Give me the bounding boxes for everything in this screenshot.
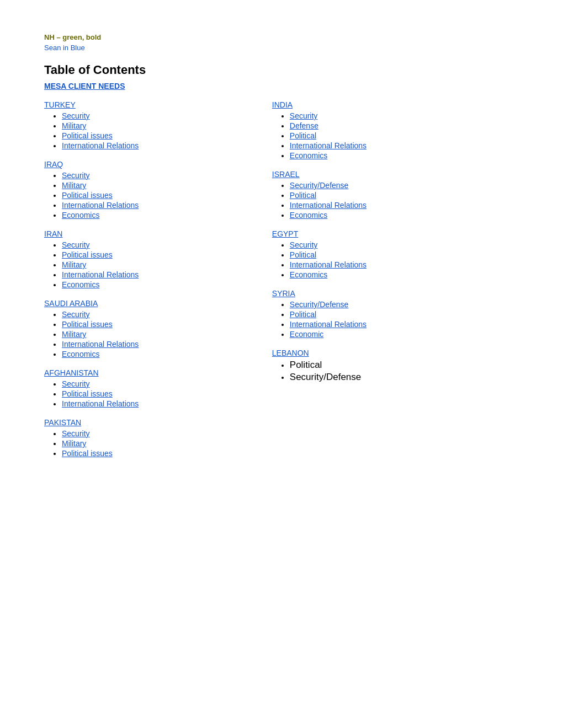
list-item: Economic [290,330,519,339]
topic-link[interactable]: Economics [62,211,99,220]
country-section: IRAQSecurityMilitaryPolitical issuesInte… [44,160,261,220]
legend-nh: NH – green, bold [44,33,519,41]
topic-link[interactable]: Political issues [62,320,113,329]
list-item: International Relations [62,270,261,279]
list-item: Economics [62,280,261,289]
list-item: Military [62,121,261,130]
list-item: Military [62,330,261,339]
topic-link[interactable]: Economics [290,211,327,220]
list-item: Economics [290,211,519,220]
topic-link[interactable]: Political [290,131,316,140]
topic-link[interactable]: Security/Defense [290,300,349,309]
list-item: Political issues [62,191,261,200]
list-item: Military [62,439,261,448]
page-title: Table of Contents [44,63,519,77]
country-name-link[interactable]: IRAQ [44,160,261,169]
topics-list: Security/DefensePoliticalInternational R… [272,300,519,339]
topic-link[interactable]: Political issues [62,389,113,398]
list-item: Security/Defense [290,300,519,309]
country-name-link[interactable]: TURKEY [44,100,261,109]
country-section: EGYPTSecurityPoliticalInternational Rela… [272,229,519,279]
topics-list: SecurityMilitaryPolitical issuesInternat… [44,171,261,220]
topic-link[interactable]: International Relations [62,340,139,349]
list-item: Security [62,111,261,120]
country-name-link[interactable]: LEBANON [272,349,519,357]
topic-link[interactable]: Security [62,111,90,120]
topic-link[interactable]: Security [62,171,90,180]
country-name-link[interactable]: SAUDI ARABIA [44,299,261,308]
country-section: PAKISTANSecurityMilitaryPolitical issues [44,418,261,458]
country-section: INDIASecurityDefensePoliticalInternation… [272,100,519,160]
topic-link[interactable]: Economic [290,330,323,339]
topic-link[interactable]: Security [290,111,318,120]
two-column-layout: TURKEYSecurityMilitaryPolitical issuesIn… [44,100,519,468]
list-item: Security [62,240,261,249]
legend-sean: Sean in Blue [44,44,519,52]
topic-link[interactable]: Political [290,191,316,200]
mesa-client-needs-link[interactable]: MESA CLIENT NEEDS [44,82,519,90]
country-name-link[interactable]: INDIA [272,100,519,109]
topic-link[interactable]: International Relations [62,399,139,408]
topic-link[interactable]: Political issues [62,250,113,259]
topic-link[interactable]: Military [62,181,86,190]
list-item: Political [290,310,519,319]
topic-link[interactable]: Security [62,429,90,438]
topic-link[interactable]: Political [290,310,316,319]
list-item: Political [290,191,519,200]
topic-link[interactable]: Political issues [62,191,113,200]
topic-text: Political [290,360,322,370]
country-section: SAUDI ARABIASecurityPolitical issuesMili… [44,299,261,358]
topic-link[interactable]: Economics [62,350,99,358]
country-name-link[interactable]: EGYPT [272,229,519,238]
topic-link[interactable]: Political issues [62,449,113,458]
list-item: Political issues [62,449,261,458]
topics-list: SecurityPolitical issuesMilitaryInternat… [44,310,261,358]
topic-link[interactable]: Political [290,250,316,259]
country-section: LEBANONPoliticalSecurity/Defense [272,349,519,383]
list-item: International Relations [290,260,519,269]
topic-link[interactable]: Economics [62,280,99,289]
country-name-link[interactable]: ISRAEL [272,170,519,179]
topic-link[interactable]: International Relations [62,270,139,279]
country-name-link[interactable]: PAKISTAN [44,418,261,427]
country-section: AFGHANISTANSecurityPolitical issuesInter… [44,368,261,408]
topic-link[interactable]: Security [290,240,318,249]
country-name-link[interactable]: SYRIA [272,289,519,298]
list-item: Political issues [62,250,261,259]
list-item: International Relations [62,201,261,210]
list-item: International Relations [62,340,261,349]
right-column: INDIASecurityDefensePoliticalInternation… [272,100,519,468]
list-item: Economics [290,270,519,279]
topic-link[interactable]: International Relations [290,320,367,329]
list-item: International Relations [62,399,261,408]
country-name-link[interactable]: AFGHANISTAN [44,368,261,377]
country-name-link[interactable]: IRAN [44,229,261,238]
topics-list: SecurityMilitaryPolitical issues [44,429,261,458]
topic-link[interactable]: Security/Defense [290,181,349,190]
topic-link[interactable]: Security [62,379,90,388]
topic-text: Security/Defense [290,372,361,382]
topic-link[interactable]: Military [62,439,86,448]
topic-link[interactable]: Military [62,260,86,269]
topic-link[interactable]: Military [62,121,86,130]
topic-link[interactable]: Political issues [62,131,113,140]
list-item: Political [290,360,519,371]
list-item: Political issues [62,320,261,329]
list-item: Security [62,171,261,180]
topic-link[interactable]: Economics [290,270,327,279]
list-item: Political [290,250,519,259]
topic-link[interactable]: Defense [290,121,318,130]
country-section: TURKEYSecurityMilitaryPolitical issuesIn… [44,100,261,150]
topic-link[interactable]: Security [62,310,90,319]
topic-link[interactable]: Economics [290,151,327,160]
topic-link[interactable]: International Relations [62,141,139,150]
topic-link[interactable]: International Relations [290,141,367,150]
topic-link[interactable]: International Relations [290,201,367,210]
topics-list: SecurityPoliticalInternational Relations… [272,240,519,279]
list-item: Political [290,131,519,140]
topic-link[interactable]: International Relations [62,201,139,210]
topic-link[interactable]: International Relations [290,260,367,269]
topic-link[interactable]: Security [62,240,90,249]
topics-list: SecurityDefensePoliticalInternational Re… [272,111,519,160]
topic-link[interactable]: Military [62,330,86,339]
